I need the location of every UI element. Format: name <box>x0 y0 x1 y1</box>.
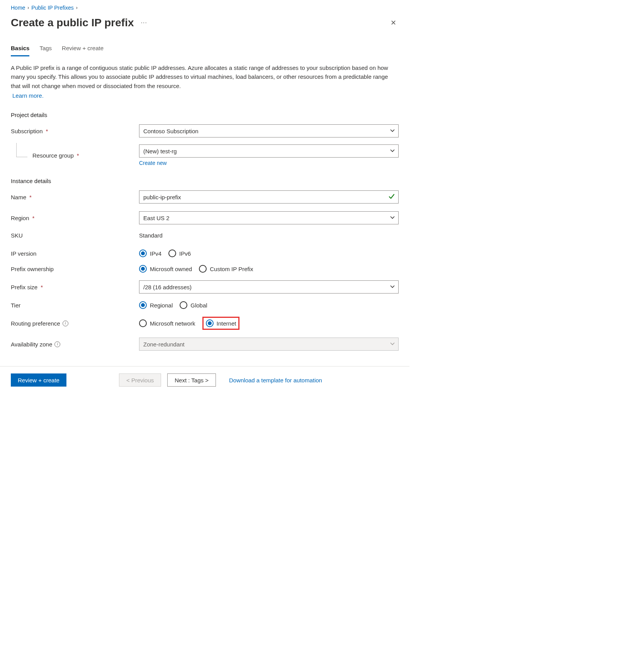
tab-basics[interactable]: Basics <box>11 45 29 56</box>
chevron-right-icon: › <box>76 5 78 10</box>
radio-microsoft-owned[interactable]: Microsoft owned <box>139 265 192 273</box>
tab-review-create[interactable]: Review + create <box>62 45 104 56</box>
radio-internet[interactable]: Internet <box>206 319 236 327</box>
label-routing-preference: Routing preference i <box>11 320 139 327</box>
footer: Review + create < Previous Next : Tags >… <box>0 366 409 394</box>
radio-ipv4[interactable]: IPv4 <box>139 249 161 257</box>
radio-microsoft-network[interactable]: Microsoft network <box>139 319 195 327</box>
previous-button: < Previous <box>119 373 161 387</box>
availability-zone-select: Zone-redundant <box>139 338 399 351</box>
label-prefix-ownership: Prefix ownership <box>11 266 139 272</box>
label-tier: Tier <box>11 302 139 309</box>
breadcrumb: Home › Public IP Prefixes › <box>11 5 399 11</box>
radio-ipv6[interactable]: IPv6 <box>168 249 191 257</box>
name-input[interactable]: public-ip-prefix <box>139 190 399 204</box>
label-sku: SKU <box>11 232 139 239</box>
radio-regional[interactable]: Regional <box>139 301 173 309</box>
label-prefix-size: Prefix size* <box>11 284 139 290</box>
sku-value: Standard <box>139 232 163 239</box>
next-button[interactable]: Next : Tags > <box>167 373 216 387</box>
review-create-button[interactable]: Review + create <box>11 373 66 387</box>
learn-more-link[interactable]: Learn more. <box>12 91 44 100</box>
radio-custom-prefix[interactable]: Custom IP Prefix <box>199 265 253 273</box>
section-project-details: Project details <box>11 112 399 118</box>
region-select[interactable]: East US 2 <box>139 211 399 224</box>
prefix-size-select[interactable]: /28 (16 addresses) <box>139 280 399 294</box>
breadcrumb-public-ip-prefixes[interactable]: Public IP Prefixes <box>31 5 73 11</box>
info-icon[interactable]: i <box>54 341 60 347</box>
breadcrumb-home[interactable]: Home <box>11 5 25 11</box>
create-new-link[interactable]: Create new <box>139 160 167 166</box>
highlight-routing-internet: Internet <box>202 317 240 330</box>
close-icon[interactable]: ✕ <box>388 16 399 29</box>
subscription-select[interactable]: Contoso Subscription <box>139 124 399 137</box>
description-text: A Public IP prefix is a range of contigu… <box>11 63 399 100</box>
label-name: Name* <box>11 194 139 200</box>
label-region: Region* <box>11 215 139 221</box>
label-ip-version: IP version <box>11 250 139 257</box>
section-instance-details: Instance details <box>11 178 399 184</box>
label-resource-group: Resource group* <box>11 152 139 159</box>
page-title: Create a public IP prefix <box>11 17 134 29</box>
resource-group-select[interactable]: (New) test-rg <box>139 144 399 158</box>
tab-tags[interactable]: Tags <box>39 45 52 56</box>
info-icon[interactable]: i <box>63 321 68 326</box>
label-subscription: Subscription* <box>11 128 139 134</box>
check-icon <box>389 193 395 201</box>
download-template-link[interactable]: Download a template for automation <box>229 377 322 384</box>
chevron-right-icon: › <box>27 5 29 10</box>
label-availability-zone: Availability zone i <box>11 341 139 348</box>
tabs: Basics Tags Review + create <box>11 45 399 56</box>
radio-global[interactable]: Global <box>180 301 207 309</box>
more-actions-icon[interactable]: ··· <box>141 19 147 26</box>
